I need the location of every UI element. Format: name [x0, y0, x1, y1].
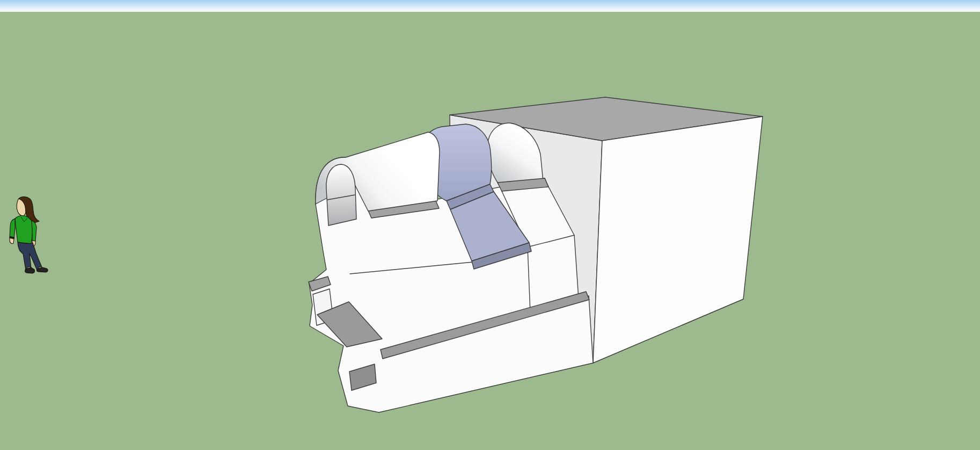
- viewport-canvas[interactable]: [0, 0, 980, 450]
- person-left-hand: [10, 238, 14, 244]
- person-right-arm: [32, 221, 36, 241]
- arch-inner-surface[interactable]: [326, 164, 356, 226]
- person-sweater-body: [15, 215, 33, 244]
- modeling-viewport[interactable]: [0, 0, 980, 450]
- arch-opening[interactable]: [326, 164, 356, 226]
- sky-band: [0, 0, 980, 12]
